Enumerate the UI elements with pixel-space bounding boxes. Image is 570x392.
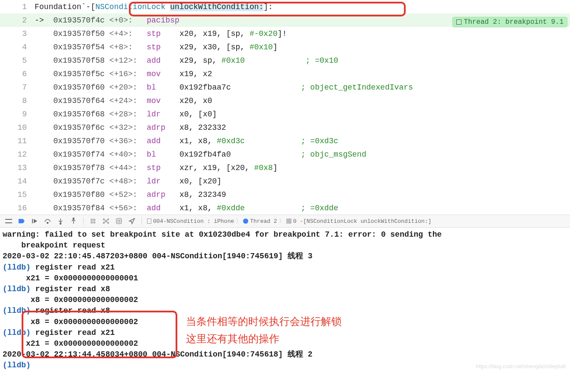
code-token: ]! bbox=[278, 29, 287, 38]
project-icon bbox=[147, 218, 151, 224]
code-token: ] bbox=[273, 164, 278, 172]
line-number: 4 bbox=[0, 43, 35, 51]
disasm-line[interactable]: 11 0x193570f70 <+36>: add x1, x8, #0xd3c… bbox=[0, 134, 570, 148]
disasm-line[interactable]: 12 0x193570f74 <+40>: bl 0x192fb4fa0 ; o… bbox=[0, 148, 570, 161]
console-text: warning: failed to set breakpoint site a… bbox=[3, 230, 442, 239]
continue-icon[interactable] bbox=[30, 217, 39, 225]
line-content: 0x193570f74 <+40>: bl 0x192fb4fa0 ; objc… bbox=[35, 150, 570, 159]
disassembly-pane[interactable]: 1Foundation`-[NSConditionLock unlockWith… bbox=[0, 0, 570, 215]
env-overrides-icon[interactable] bbox=[115, 217, 123, 225]
code-token: x20, x19, [sp, bbox=[161, 29, 250, 38]
code-token: 0x193570f68 bbox=[53, 110, 105, 119]
disasm-line[interactable]: 16 0x193570f84 <+56>: add x1, x8, #0xdde… bbox=[0, 201, 570, 215]
code-token: mov bbox=[147, 70, 160, 78]
step-into-icon[interactable] bbox=[56, 217, 65, 225]
code-token bbox=[245, 137, 301, 145]
code-token: x1, x8, bbox=[161, 204, 217, 212]
code-token bbox=[245, 56, 305, 65]
code-token: <+56>: bbox=[105, 204, 147, 212]
line-content: 0x193570f68 <+28>: ldr x0, [x0] bbox=[35, 110, 570, 119]
frame-icon bbox=[286, 218, 291, 224]
annotation-text: 当条件相等的时候执行会进行解锁 bbox=[186, 314, 342, 329]
disasm-line[interactable]: 5 0x193570f58 <+12>: add x29, sp, #0x10 … bbox=[0, 54, 570, 67]
code-token: bl bbox=[147, 150, 156, 159]
debug-view-icon[interactable] bbox=[89, 217, 97, 225]
code-token: <+32>: bbox=[105, 123, 147, 132]
svg-point-8 bbox=[91, 219, 93, 221]
memory-graph-icon[interactable] bbox=[102, 217, 110, 225]
disasm-line[interactable]: 8 0x193570f64 <+24>: mov x20, x0 bbox=[0, 94, 570, 107]
console-output[interactable]: 当条件相等的时候执行会进行解锁 这里还有其他的操作 warning: faile… bbox=[0, 228, 570, 373]
disasm-line[interactable]: 7 0x193570f60 <+20>: bl 0x192fbaa7c ; ob… bbox=[0, 80, 570, 94]
console-text: register read x8 bbox=[31, 285, 110, 293]
code-token: add bbox=[147, 56, 160, 65]
disasm-line[interactable]: 2-> 0x193570f4c <+0>: pacibspThread 2: b… bbox=[0, 13, 570, 27]
step-over-icon[interactable] bbox=[43, 217, 52, 225]
code-token: x29, sp, bbox=[161, 56, 221, 65]
disasm-line[interactable]: 4 0x193570f54 <+8>: stp x29, x30, [sp, #… bbox=[0, 40, 570, 54]
disasm-line[interactable]: 9 0x193570f68 <+28>: ldr x0, [x0] bbox=[0, 107, 570, 121]
svg-marker-26 bbox=[129, 218, 134, 224]
svg-line-19 bbox=[105, 222, 106, 222]
svg-line-20 bbox=[107, 222, 108, 222]
svg-line-18 bbox=[107, 220, 108, 221]
line-number: 3 bbox=[0, 29, 35, 38]
breakpoint-label: Thread 2: breakpoint 9.1 bbox=[464, 18, 564, 26]
svg-point-14 bbox=[108, 219, 109, 220]
code-token: 0x193570f84 bbox=[53, 204, 105, 212]
console-text: breakpoint request bbox=[3, 241, 106, 250]
code-token: 0x192fbaa7c bbox=[156, 83, 301, 92]
breadcrumb-frame: 0 -[NSConditionLock unlockWithCondition:… bbox=[293, 218, 432, 225]
console-line: breakpoint request bbox=[3, 240, 567, 251]
code-token: <+40>: bbox=[105, 150, 147, 159]
console-text: register read x21 bbox=[31, 328, 115, 337]
code-token: adrp bbox=[147, 123, 165, 132]
location-icon[interactable] bbox=[128, 217, 136, 225]
svg-marker-0 bbox=[19, 219, 25, 223]
code-token: ; objc_msgSend bbox=[301, 150, 366, 159]
breadcrumb[interactable]: 004-NSCondition : iPhone 〉 Thread 2 〉 0 … bbox=[147, 217, 432, 225]
line-content: 0x193570f60 <+20>: bl 0x192fbaa7c ; obje… bbox=[35, 83, 570, 92]
console-text: register read x21 bbox=[31, 263, 115, 272]
code-token: <+48>: bbox=[105, 177, 147, 186]
console-line: x8 = 0x0000000000000002 bbox=[3, 295, 567, 305]
code-token: #-0x20 bbox=[250, 29, 278, 38]
code-token: ; =0xdde bbox=[301, 204, 338, 212]
pc-arrow-icon: -> bbox=[35, 16, 53, 25]
code-token: mov bbox=[147, 96, 160, 105]
disasm-line[interactable]: 3 0x193570f50 <+4>: stp x20, x19, [sp, #… bbox=[0, 27, 570, 40]
line-content: 0x193570f64 <+24>: mov x20, x0 bbox=[35, 96, 570, 105]
code-token: pacibsp bbox=[147, 16, 179, 25]
code-token: add bbox=[147, 137, 160, 145]
chevron-right-icon: 〉 bbox=[279, 217, 285, 225]
disasm-title-line[interactable]: 1Foundation`-[NSConditionLock unlockWith… bbox=[0, 0, 570, 13]
disasm-line[interactable]: 14 0x193570f7c <+48>: ldr x0, [x20] bbox=[0, 174, 570, 188]
console-line: (lldb) register read x8 bbox=[3, 284, 567, 295]
code-token: <+24>: bbox=[105, 96, 147, 105]
code-token: 0x193570f5c bbox=[53, 70, 105, 78]
hide-debug-icon[interactable] bbox=[4, 217, 13, 225]
breakpoint-toggle-icon[interactable] bbox=[17, 217, 26, 225]
line-content: 0x193570f50 <+4>: stp x20, x19, [sp, #-0… bbox=[35, 29, 570, 38]
step-out-icon[interactable] bbox=[69, 217, 78, 225]
console-text: x8 = 0x0000000000000002 bbox=[3, 296, 138, 304]
disasm-line[interactable]: 13 0x193570f78 <+44>: stp xzr, x19, [x20… bbox=[0, 161, 570, 174]
line-number: 16 bbox=[0, 204, 35, 212]
disasm-line[interactable]: 10 0x193570f6c <+32>: adrp x8, 232332 bbox=[0, 121, 570, 134]
code-token: <+52>: bbox=[105, 190, 147, 199]
line-content: 0x193570f58 <+12>: add x29, sp, #0x10 ; … bbox=[35, 56, 570, 65]
console-line: 2020-03-02 22:13:44.458034+0800 004-NSCo… bbox=[3, 349, 567, 360]
console-line: x21 = 0x0000000000000002 bbox=[3, 338, 567, 349]
disasm-line[interactable]: 15 0x193570f80 <+52>: adrp x8, 232349 bbox=[0, 188, 570, 201]
svg-point-16 bbox=[108, 222, 109, 224]
code-token: 0x192fb4fa0 bbox=[156, 150, 301, 159]
line-content: 0x193570f78 <+44>: stp xzr, x19, [x20, #… bbox=[35, 164, 570, 172]
console-line: 2020-03-02 22:10:45.487203+0800 004-NSCo… bbox=[3, 251, 567, 262]
code-token: xzr, x19, [x20, bbox=[161, 164, 254, 172]
disasm-line[interactable]: 6 0x193570f5c <+16>: mov x19, x2 bbox=[0, 67, 570, 80]
breadcrumb-app: 004-NSCondition : iPhone bbox=[153, 218, 234, 225]
code-token: 0x193570f50 bbox=[53, 29, 105, 38]
code-token: #0x8 bbox=[254, 164, 273, 172]
code-token: 0x193570f78 bbox=[53, 164, 105, 172]
line-content: 0x193570f54 <+8>: stp x29, x30, [sp, #0x… bbox=[35, 43, 570, 51]
